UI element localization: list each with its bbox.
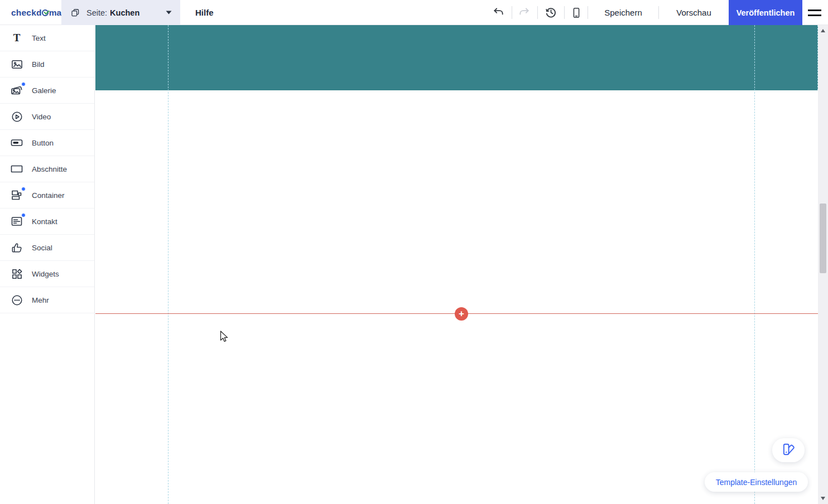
publish-button[interactable]: Veröffentlichen [729,0,802,25]
scroll-up-icon[interactable] [818,26,828,35]
chevron-down-icon [166,11,172,14]
sidebar-item-label: Abschnitte [32,165,67,173]
sidebar-item-kontakt[interactable]: Kontakt [0,209,94,235]
save-button[interactable]: Speichern [588,0,658,25]
toolbar-separator [537,6,538,19]
mobile-preview-icon[interactable] [570,0,583,25]
new-feature-badge [21,187,26,191]
svg-text:T: T [13,32,21,43]
menu-icon[interactable] [808,0,821,25]
sidebar-item-text[interactable]: TText [0,25,94,51]
sidebar-item-label: Kontakt [32,217,57,226]
layout-guide-right [754,25,755,504]
sidebar-item-widgets[interactable]: Widgets [0,261,94,287]
redo-icon [518,0,531,25]
scroll-down-icon[interactable] [818,494,828,503]
page-selector-value: Kuchen [110,8,139,17]
widgets-icon [10,267,23,280]
sidebar-item-label: Text [32,34,46,42]
sidebar-item-bild[interactable]: Bild [0,51,94,77]
page-selector-prefix: Seite: [86,8,107,17]
layout-guide-left [168,25,169,504]
sidebar-item-container[interactable]: Container [0,182,94,209]
sidebar-item-video[interactable]: Video [0,104,94,130]
text-icon: T [10,31,23,45]
pages-icon [70,8,80,18]
video-icon [10,110,23,123]
contact-icon [10,215,23,228]
logo-text-left: checkd [11,8,42,18]
add-section-button[interactable]: + [455,307,468,321]
history-icon[interactable] [544,0,558,25]
preview-button[interactable]: Vorschau [659,0,729,25]
page-selector-dropdown[interactable]: Seite: Kuchen [61,0,180,25]
undo-icon[interactable] [492,0,505,25]
help-button[interactable]: Hilfe [195,0,214,25]
sidebar-item-label: Container [32,191,65,200]
checkdomain-logo[interactable]: checkdmain [11,0,70,25]
new-feature-badge [21,213,26,217]
sidebar-item-mehr[interactable]: Mehr [0,287,94,313]
image-icon [10,57,23,71]
globe-check-icon [42,9,49,16]
toolbar-separator [512,6,512,19]
template-design-button[interactable] [772,438,805,462]
sidebar-item-label: Mehr [32,296,49,304]
template-settings-button[interactable]: Template-Einstellungen [705,472,808,492]
top-toolbar: checkdmain Seite: Kuchen Hilfe [0,0,828,25]
section-icon [10,162,23,176]
sidebar-item-button[interactable]: Button [0,130,94,156]
more-icon [10,293,23,307]
sidebar-item-label: Social [32,244,52,252]
palette-icon [781,442,796,458]
sidebar-item-social[interactable]: Social [0,235,94,261]
vertical-scrollbar[interactable] [818,25,828,504]
sidebar-item-abschnitte[interactable]: Abschnitte [0,156,94,182]
editor-canvas[interactable]: + [95,25,818,504]
sidebar-item-label: Widgets [32,270,59,278]
sidebar-item-galerie[interactable]: Galerie [0,77,94,104]
toolbar-separator [564,6,565,19]
button-icon [10,136,23,149]
sidebar-item-label: Button [32,139,54,147]
element-palette-sidebar: TTextBildGalerieVideoButtonAbschnitteCon… [0,25,95,504]
scrollbar-thumb[interactable] [820,203,826,273]
teal-hero-section[interactable] [95,25,818,90]
new-feature-badge [21,82,26,86]
sidebar-item-label: Bild [32,60,45,69]
sidebar-item-label: Galerie [32,86,56,95]
mouse-cursor [220,331,231,345]
sidebar-item-label: Video [32,113,51,121]
social-icon [10,241,23,254]
container-icon [10,188,23,202]
gallery-icon [10,84,23,97]
